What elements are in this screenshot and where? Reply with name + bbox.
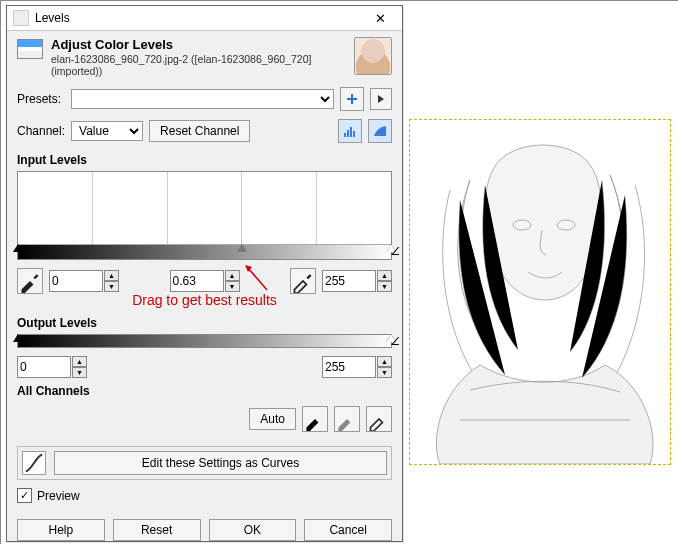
spin-up[interactable]: ▲ [72, 356, 87, 367]
output-gradient[interactable]: ∠ [18, 335, 391, 347]
edit-as-curves-button[interactable]: Edit these Settings as Curves [54, 451, 387, 475]
output-gradient-wrap[interactable]: ∠ [17, 334, 392, 348]
input-gamma-value[interactable] [170, 270, 224, 292]
svg-rect-3 [344, 133, 346, 137]
pick-black-eyedropper[interactable] [302, 406, 328, 432]
close-button[interactable]: ✕ [364, 6, 396, 30]
annotation-text: Drag to get best results [7, 292, 402, 310]
auto-button[interactable]: Auto [249, 408, 296, 430]
output-black-spinner[interactable]: ▲▼ [17, 356, 87, 378]
log-histogram-icon[interactable] [368, 119, 392, 143]
add-preset-button[interactable] [340, 87, 364, 111]
input-gamma-slider[interactable] [237, 244, 247, 252]
angle-mark: ∠ [390, 335, 400, 348]
spin-down[interactable]: ▼ [104, 281, 119, 292]
presets-select[interactable] [71, 89, 334, 109]
spin-down[interactable]: ▼ [377, 281, 392, 292]
svg-rect-6 [353, 131, 355, 137]
dialog-subtitle: elan-1623086_960_720.jpg-2 ([elan-162308… [51, 53, 354, 77]
preset-menu-button[interactable] [370, 88, 392, 110]
output-black-value[interactable] [17, 356, 71, 378]
reset-channel-button[interactable]: Reset Channel [149, 120, 250, 142]
spin-up[interactable]: ▲ [377, 270, 392, 281]
titlebar[interactable]: Levels ✕ [7, 6, 402, 31]
output-levels-label: Output Levels [7, 310, 402, 332]
spin-up[interactable]: ▲ [104, 270, 119, 281]
histogram[interactable]: ∠ [17, 171, 392, 260]
spin-down[interactable]: ▼ [225, 281, 240, 292]
image-thumbnail[interactable] [354, 37, 392, 75]
angle-mark: ∠ [390, 245, 400, 258]
spin-down[interactable]: ▼ [377, 367, 392, 378]
levels-icon [17, 39, 43, 59]
ok-button[interactable]: OK [209, 519, 297, 541]
input-levels-label: Input Levels [7, 147, 402, 169]
output-black-slider[interactable] [13, 334, 23, 342]
curves-icon [22, 451, 46, 475]
svg-rect-4 [347, 130, 349, 137]
app-icon [13, 10, 29, 26]
input-white-spinner[interactable]: ▲▼ [322, 270, 392, 292]
input-white-value[interactable] [322, 270, 376, 292]
input-black-spinner[interactable]: ▲▼ [49, 270, 119, 292]
pick-gray-eyedropper[interactable] [334, 406, 360, 432]
input-black-slider[interactable] [13, 244, 23, 252]
input-black-value[interactable] [49, 270, 103, 292]
input-gradient[interactable]: ∠ [18, 245, 391, 259]
linear-histogram-icon[interactable] [338, 119, 362, 143]
svg-rect-5 [350, 127, 352, 137]
channel-select[interactable]: Value [71, 121, 143, 141]
all-channels-label: All Channels [7, 378, 402, 400]
reset-button[interactable]: Reset [113, 519, 201, 541]
output-white-value[interactable] [322, 356, 376, 378]
dialog-heading: Adjust Color Levels [51, 37, 354, 52]
pick-white-eyedropper[interactable] [366, 406, 392, 432]
spin-up[interactable]: ▲ [225, 270, 240, 281]
presets-label: Presets: [17, 92, 65, 106]
channel-label: Channel: [17, 124, 65, 138]
preview-label: Preview [37, 489, 80, 503]
levels-dialog: Levels ✕ Adjust Color Levels elan-162308… [6, 5, 403, 542]
white-eyedropper[interactable] [290, 268, 316, 294]
spin-up[interactable]: ▲ [377, 356, 392, 367]
help-button[interactable]: Help [17, 519, 105, 541]
spin-down[interactable]: ▼ [72, 367, 87, 378]
cancel-button[interactable]: Cancel [304, 519, 392, 541]
portrait-sketch [410, 120, 670, 464]
preview-checkbox[interactable]: ✓ [17, 488, 32, 503]
input-gamma-spinner[interactable]: ▲▼ [170, 270, 240, 292]
black-eyedropper[interactable] [17, 268, 43, 294]
image-canvas[interactable] [409, 119, 671, 465]
window-title: Levels [35, 11, 364, 25]
output-white-spinner[interactable]: ▲▼ [322, 356, 392, 378]
